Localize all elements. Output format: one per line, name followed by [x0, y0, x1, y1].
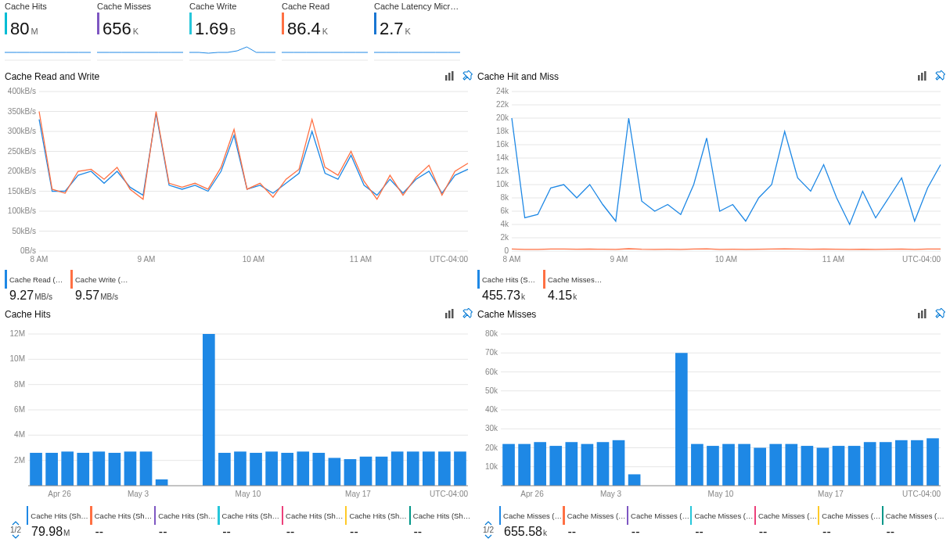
svg-rect-81	[45, 453, 58, 486]
panel-cache-hm: Cache Hit and Miss 02k4k6k8k10k12k14k16k…	[477, 70, 945, 303]
legend-item[interactable]: Cache Hits (Shard 3)… --	[218, 506, 281, 539]
legend-item[interactable]: Cache Hits (Shard 1)… --	[90, 506, 153, 539]
kpi-value: 86.4	[287, 19, 321, 39]
kpi-unit: K	[322, 27, 328, 36]
kpi-value: 656	[103, 19, 131, 39]
kpi-card[interactable]: Cache Read 86.4K	[282, 2, 369, 63]
kpi-title: Cache Latency Microsecon	[374, 2, 462, 13]
svg-rect-31	[918, 75, 920, 81]
svg-rect-113	[921, 311, 923, 318]
legend-item[interactable]: Cache Misses (Sum) 4.15k	[543, 270, 603, 303]
svg-text:Apr 26: Apr 26	[520, 490, 544, 498]
panel-title: Cache Hit and Miss	[477, 71, 559, 82]
svg-rect-133	[534, 442, 546, 486]
svg-rect-98	[344, 459, 357, 486]
legend-item[interactable]: Cache Hits (Sum) 455.73k	[477, 270, 537, 303]
svg-rect-149	[817, 448, 829, 486]
svg-text:400kB/s: 400kB/s	[8, 87, 36, 95]
svg-rect-94	[281, 453, 293, 486]
svg-text:2M: 2M	[14, 456, 25, 465]
svg-rect-131	[502, 444, 515, 486]
line-chart-cache-hm: 02k4k6k8k10k12k14k16k18k20k22k24k8 AM9 A…	[477, 87, 945, 267]
kpi-card[interactable]: Cache Latency Microsecon 2.7K	[374, 2, 462, 63]
panel-cache-rw: Cache Read and Write 0B/s50kB/s100kB/s15…	[5, 70, 473, 303]
svg-rect-146	[769, 444, 782, 486]
panel-title: Cache Misses	[477, 309, 536, 320]
kpi-color-bar	[189, 13, 192, 34]
pin-icon[interactable]	[934, 308, 945, 321]
svg-text:200kB/s: 200kB/s	[8, 167, 36, 175]
svg-rect-143	[722, 444, 735, 486]
svg-text:20k: 20k	[496, 113, 509, 122]
svg-rect-101	[391, 451, 404, 486]
legend-item[interactable]: Cache Misses (Shard … --	[627, 506, 690, 539]
kpi-card[interactable]: Cache Write 1.69B	[189, 2, 277, 63]
legend-item[interactable]: Cache Misses (Shard … --	[754, 506, 818, 539]
kpi-color-bar	[5, 13, 7, 34]
workbook-icon[interactable]	[917, 308, 928, 321]
kpi-color-bar	[374, 13, 376, 34]
svg-text:8k: 8k	[500, 193, 509, 202]
svg-rect-84	[92, 451, 105, 486]
legend-pager[interactable]: 1/2	[5, 521, 27, 539]
svg-rect-96	[312, 453, 325, 486]
legend-item[interactable]: Cache Misses (Shard … --	[882, 506, 945, 539]
legend-pager[interactable]: 1/2	[477, 521, 499, 539]
svg-rect-152	[864, 442, 876, 486]
legend-item[interactable]: Cache Misses (Shard … --	[690, 506, 754, 539]
kpi-unit: K	[133, 27, 139, 36]
svg-rect-92	[250, 453, 262, 486]
legend-item[interactable]: Cache Misses (Shard … --	[818, 506, 881, 539]
kpi-unit: M	[31, 27, 38, 36]
workbook-icon[interactable]	[917, 70, 928, 84]
legend-item[interactable]: Cache Hits (Shard 0)… 79.98M	[27, 506, 90, 539]
pin-icon[interactable]	[934, 70, 945, 84]
svg-rect-105	[454, 451, 466, 486]
svg-rect-139	[628, 474, 641, 486]
svg-rect-65	[445, 313, 448, 318]
panel-cache-misses-bar: Cache Misses 10k20k30k40k50k60k70k80kApr…	[477, 307, 945, 539]
kpi-row: Cache Hits 80M Cache Misses 656K Cache W…	[5, 2, 945, 63]
svg-rect-114	[924, 309, 927, 318]
svg-rect-140	[675, 353, 688, 486]
svg-text:UTC-04:00: UTC-04:00	[902, 255, 941, 264]
svg-rect-134	[549, 446, 562, 486]
pin-icon[interactable]	[462, 308, 473, 321]
kpi-color-bar	[97, 13, 99, 34]
svg-rect-91	[234, 451, 246, 486]
svg-text:14k: 14k	[496, 153, 509, 162]
svg-text:May 3: May 3	[600, 490, 622, 498]
svg-rect-154	[895, 440, 908, 486]
kpi-card[interactable]: Cache Misses 656K	[97, 2, 185, 63]
kpi-value: 1.69	[195, 19, 229, 39]
svg-text:18k: 18k	[496, 127, 509, 135]
legend-item[interactable]: Cache Write (Sum) 9.57MB/s	[70, 270, 130, 303]
panel-title: Cache Hits	[5, 309, 51, 320]
svg-rect-82	[61, 451, 74, 486]
legend-item[interactable]: Cache Hits (Shard 2)… --	[154, 506, 218, 539]
svg-text:May 3: May 3	[128, 490, 149, 498]
bar-chart-cache-misses: 10k20k30k40k50k60k70k80kApr 26May 3May 1…	[477, 325, 945, 504]
svg-rect-83	[77, 453, 89, 486]
svg-text:8 AM: 8 AM	[31, 255, 49, 264]
workbook-icon[interactable]	[444, 70, 455, 84]
legend-item[interactable]: Cache Read (Sum) 9.27MB/s	[5, 270, 64, 303]
legend-item[interactable]: Cache Misses (Shard 0)… 655.58k	[499, 506, 563, 539]
svg-text:May 10: May 10	[236, 490, 261, 498]
legend-item[interactable]: Cache Hits (Shard 5)… --	[345, 506, 408, 539]
svg-rect-90	[218, 453, 231, 486]
kpi-card[interactable]: Cache Hits 80M	[5, 2, 92, 63]
svg-text:0B/s: 0B/s	[20, 246, 36, 255]
svg-text:150kB/s: 150kB/s	[8, 187, 36, 196]
svg-rect-147	[785, 444, 797, 486]
svg-text:12k: 12k	[496, 167, 509, 175]
legend-cache-hits: 1/2 Cache Hits (Shard 0)… 79.98MCache Hi…	[5, 506, 473, 539]
workbook-icon[interactable]	[444, 308, 455, 321]
legend-item[interactable]: Cache Hits (Shard 4)… --	[282, 506, 345, 539]
pin-icon[interactable]	[462, 70, 473, 84]
svg-text:16k: 16k	[496, 140, 509, 149]
legend-item[interactable]: Cache Hits (Shard 6)… --	[409, 506, 473, 539]
svg-text:70k: 70k	[485, 348, 498, 357]
svg-text:10k: 10k	[485, 462, 498, 471]
legend-item[interactable]: Cache Misses (Shard … --	[563, 506, 626, 539]
